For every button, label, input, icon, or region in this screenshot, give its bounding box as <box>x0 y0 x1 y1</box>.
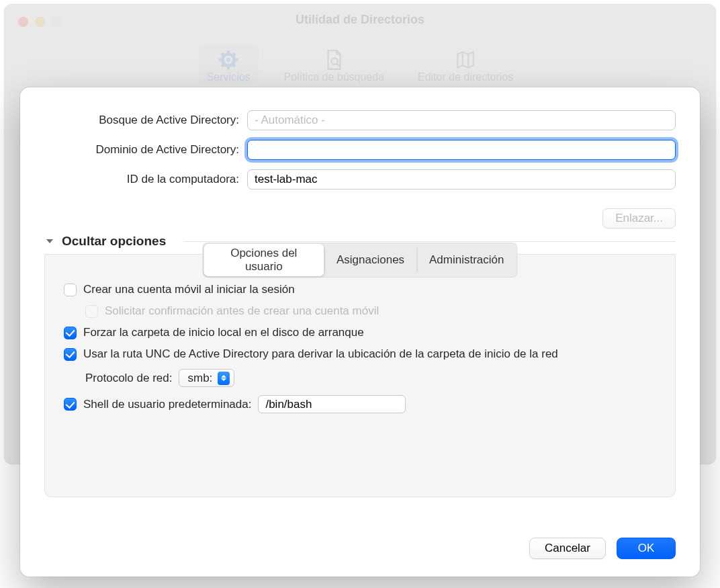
ok-button[interactable]: OK <box>617 538 676 559</box>
options-tabs: Opciones del usuario Asignaciones Admini… <box>203 243 518 278</box>
default-shell-field[interactable] <box>258 395 406 413</box>
separator-line <box>183 241 676 242</box>
protocol-label: Protocolo de red: <box>85 372 172 385</box>
tab-mappings[interactable]: Asignaciones <box>324 244 416 276</box>
options-panel: Opciones del usuario Asignaciones Admini… <box>44 254 676 497</box>
active-directory-sheet: Bosque de Active Directory: Dominio de A… <box>20 87 700 577</box>
force-local-home-checkbox[interactable] <box>64 327 77 339</box>
popup-arrows-icon <box>218 372 230 385</box>
use-unc-checkbox[interactable] <box>64 348 77 361</box>
mobile-account-label: Crear una cuenta móvil al iniciar la ses… <box>83 283 295 296</box>
default-shell-label: Shell de usuario predeterminada: <box>83 398 251 411</box>
bind-button[interactable]: Enlazar... <box>602 208 676 228</box>
tab-administrative[interactable]: Administración <box>417 244 516 276</box>
computer-id-label: ID de la computadora: <box>44 173 247 186</box>
forest-label: Bosque de Active Directory: <box>44 114 247 127</box>
confirm-create-label: Solicitar confirmación antes de crear un… <box>105 304 379 318</box>
computer-id-field[interactable] <box>247 169 676 190</box>
force-local-home-label: Forzar la carpeta de inicio local en el … <box>83 326 364 339</box>
default-shell-checkbox[interactable] <box>64 398 77 411</box>
disclosure-title: Ocultar opciones <box>62 234 166 249</box>
confirm-create-checkbox <box>85 305 98 318</box>
mobile-account-checkbox[interactable] <box>64 284 77 296</box>
cancel-button[interactable]: Cancelar <box>529 538 606 559</box>
forest-field[interactable] <box>247 110 676 130</box>
domain-field[interactable] <box>247 140 676 160</box>
protocol-popup[interactable]: smb: <box>179 369 234 387</box>
protocol-value: smb: <box>187 372 212 385</box>
tab-user-experience[interactable]: Opciones del usuario <box>204 244 324 276</box>
chevron-down-icon <box>44 236 55 247</box>
use-unc-label: Usar la ruta UNC de Active Directory par… <box>83 347 558 361</box>
domain-label: Dominio de Active Directory: <box>44 143 247 157</box>
